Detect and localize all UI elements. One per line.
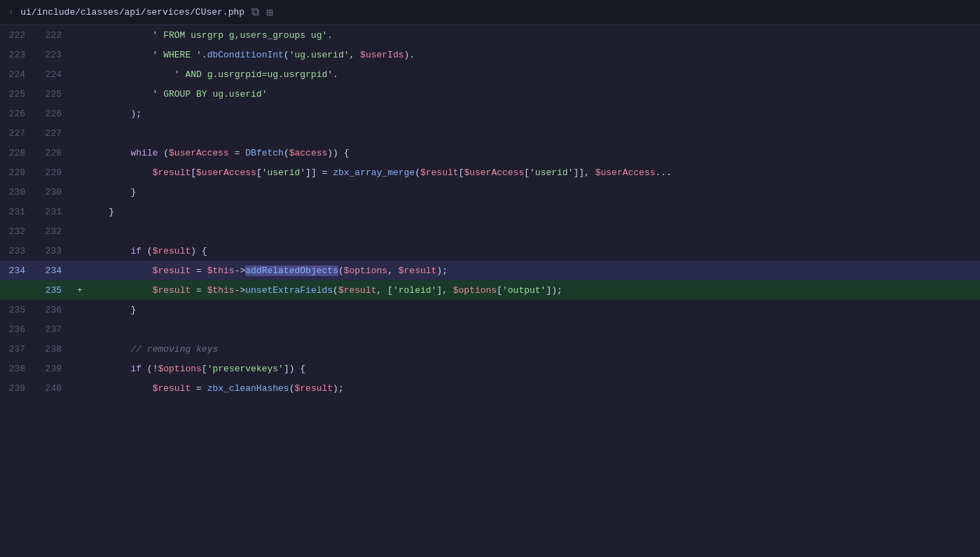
editor-container: 222 222 ' FROM usrgrp g,users_groups ug'… <box>0 25 980 557</box>
diff-marker-plus: + <box>73 280 87 300</box>
line-num-old: 222 <box>0 25 36 45</box>
diff-marker <box>73 202 87 221</box>
line-num-old: 228 <box>0 143 36 163</box>
code-line: 226 226 ); <box>0 104 980 123</box>
line-num-new: 226 <box>36 104 73 123</box>
code-line: 235 236 } <box>0 300 980 319</box>
line-num-new: 237 <box>36 319 73 339</box>
code-content <box>87 123 980 143</box>
code-line: 236 237 <box>0 319 980 339</box>
line-num-old: 231 <box>0 202 36 221</box>
split-icon[interactable]: ⊞ <box>266 6 273 20</box>
code-line: 237 238 // removing keys <box>0 339 980 359</box>
line-num-new: 225 <box>36 84 73 104</box>
diff-marker <box>73 123 87 143</box>
line-num-old: 223 <box>0 45 36 64</box>
diff-marker <box>73 143 87 163</box>
code-content: $result[$userAccess['userid']] = zbx_arr… <box>87 163 980 182</box>
code-content: ' GROUP BY ug.userid' <box>87 84 980 104</box>
code-line: 231 231 } <box>0 202 980 221</box>
code-line: 228 228 while ($userAccess = DBfetch($ac… <box>0 143 980 163</box>
line-num-new: 230 <box>36 182 73 202</box>
line-num-old: 233 <box>0 241 36 261</box>
line-num-old: 234 <box>0 261 36 280</box>
code-line: 222 222 ' FROM usrgrp g,users_groups ug'… <box>0 25 980 45</box>
line-num-old: 238 <box>0 359 36 378</box>
code-line: 224 224 ' AND g.usrgrpid=ug.usrgrpid'. <box>0 64 980 84</box>
diff-marker <box>73 319 87 339</box>
code-content: ' AND g.usrgrpid=ug.usrgrpid'. <box>87 64 980 84</box>
line-num-new: 229 <box>36 163 73 182</box>
code-area[interactable]: 222 222 ' FROM usrgrp g,users_groups ug'… <box>0 25 980 557</box>
line-num-new: 224 <box>36 64 73 84</box>
code-line: 239 240 $result = zbx_cleanHashes($resul… <box>0 378 980 398</box>
line-num-new: 239 <box>36 359 73 378</box>
diff-marker <box>73 163 87 182</box>
line-num-old: 230 <box>0 182 36 202</box>
line-num-old: 235 <box>0 300 36 319</box>
line-num-old: 229 <box>0 163 36 182</box>
line-num-new: 228 <box>36 143 73 163</box>
line-num-new: 234 <box>36 261 73 280</box>
file-path: ui/include/classes/api/services/CUser.ph… <box>20 7 244 18</box>
code-content: if (!$options['preservekeys']) { <box>87 359 980 378</box>
code-line: 223 223 ' WHERE '.dbConditionInt('ug.use… <box>0 45 980 64</box>
diff-marker <box>73 241 87 261</box>
diff-marker <box>73 300 87 319</box>
line-num-old <box>0 280 36 300</box>
line-num-old: 226 <box>0 104 36 123</box>
code-content <box>87 221 980 241</box>
code-line: 232 232 <box>0 221 980 241</box>
line-num-old: 236 <box>0 319 36 339</box>
code-content: ); <box>87 104 980 123</box>
code-line: 229 229 $result[$userAccess['userid']] =… <box>0 163 980 182</box>
line-num-new: 233 <box>36 241 73 261</box>
diff-marker <box>73 84 87 104</box>
code-content: // removing keys <box>87 339 980 359</box>
code-content: } <box>87 300 980 319</box>
code-content: } <box>87 202 980 221</box>
diff-marker <box>73 221 87 241</box>
line-num-new: 232 <box>36 221 73 241</box>
line-num-new: 238 <box>36 339 73 359</box>
code-content: } <box>87 182 980 202</box>
diff-marker <box>73 45 87 64</box>
code-content: $result = $this->addRelatedObjects($opti… <box>87 261 980 280</box>
diff-marker <box>73 104 87 123</box>
line-num-old: 232 <box>0 221 36 241</box>
diff-marker <box>73 261 87 280</box>
line-num-new: 231 <box>36 202 73 221</box>
line-num-new: 223 <box>36 45 73 64</box>
line-num-new: 222 <box>36 25 73 45</box>
line-num-old: 237 <box>0 339 36 359</box>
diff-marker <box>73 378 87 398</box>
code-content <box>87 319 980 339</box>
diff-marker <box>73 25 87 45</box>
line-num-new: 236 <box>36 300 73 319</box>
line-num-old: 239 <box>0 378 36 398</box>
code-line: 238 239 if (!$options['preservekeys']) { <box>0 359 980 378</box>
diff-marker <box>73 359 87 378</box>
line-num-old: 225 <box>0 84 36 104</box>
code-content: $result = zbx_cleanHashes($result); <box>87 378 980 398</box>
code-content: while ($userAccess = DBfetch($access)) { <box>87 143 980 163</box>
diff-marker <box>73 339 87 359</box>
code-line: 225 225 ' GROUP BY ug.userid' <box>0 84 980 104</box>
line-num-old: 224 <box>0 64 36 84</box>
diff-marker <box>73 182 87 202</box>
line-num-old: 227 <box>0 123 36 143</box>
chevron-icon: › <box>8 8 13 18</box>
copy-icon[interactable]: ⧉ <box>251 6 259 19</box>
code-line-highlighted: 234 234 $result = $this->addRelatedObjec… <box>0 261 980 280</box>
code-content: $result = $this->unsetExtraFields($resul… <box>87 280 980 300</box>
line-num-new: 235 <box>36 280 73 300</box>
line-num-new: 240 <box>36 378 73 398</box>
title-bar: › ui/include/classes/api/services/CUser.… <box>0 0 980 25</box>
diff-marker <box>73 64 87 84</box>
code-line-added: 235 + $result = $this->unsetExtraFields(… <box>0 280 980 300</box>
code-content: if ($result) { <box>87 241 980 261</box>
line-num-new: 227 <box>36 123 73 143</box>
code-line: 227 227 <box>0 123 980 143</box>
code-line: 230 230 } <box>0 182 980 202</box>
code-line: 233 233 if ($result) { <box>0 241 980 261</box>
